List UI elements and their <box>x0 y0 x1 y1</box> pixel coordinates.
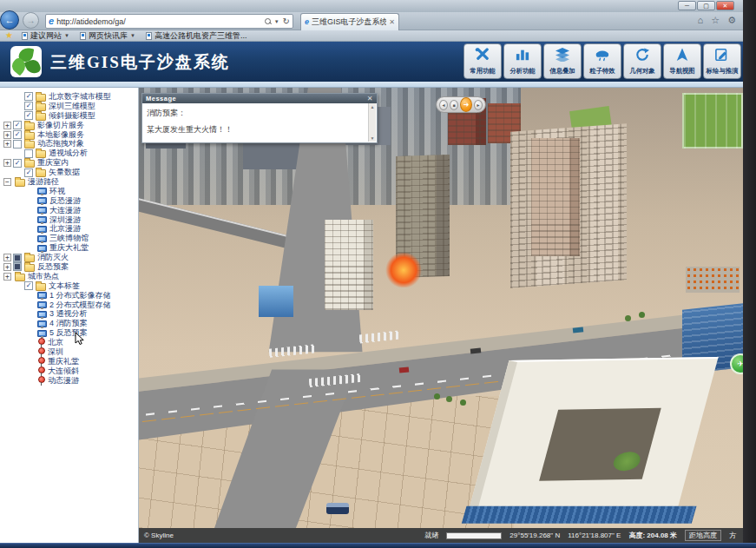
forward-button[interactable]: → <box>23 12 39 29</box>
toolbar-button-label: 粒子特效 <box>589 66 615 75</box>
maximize-button[interactable]: ▢ <box>697 1 715 10</box>
layer-checkbox-checked[interactable]: ✓ <box>24 92 33 101</box>
search-icon[interactable] <box>265 18 271 24</box>
tab-close-icon[interactable]: ✕ <box>389 18 395 26</box>
next-button[interactable]: ► <box>474 100 483 110</box>
toolbar-button-label: 导航视图 <box>669 66 694 75</box>
message-scrollbar[interactable]: ▲ ▼ <box>368 103 376 142</box>
refresh-icon[interactable]: ↻ <box>283 17 290 26</box>
scroll-down-icon[interactable]: ▼ <box>371 135 375 141</box>
toolbar-button-sketch[interactable]: 标绘与推演 <box>703 43 741 79</box>
particles-icon <box>593 48 612 65</box>
layer-checkbox-partial[interactable] <box>13 254 22 262</box>
expand-icon[interactable]: + <box>3 131 11 139</box>
app-title: 三维GIS电子沙盘系统 <box>50 51 230 74</box>
mouse-cursor <box>75 333 84 346</box>
play-button[interactable]: ➜ <box>460 97 472 112</box>
layer-checkbox-unchecked[interactable] <box>13 140 22 149</box>
status-bar: © Skyline 就绪 29°55'19.268" N 116°21'18.8… <box>139 528 743 543</box>
folder-icon <box>24 122 35 130</box>
windows-taskbar[interactable] <box>0 543 756 548</box>
layer-checkbox-checked[interactable]: ✓ <box>24 102 33 110</box>
message-popup-titlebar[interactable]: Message ✕ <box>142 94 377 103</box>
message-line: 某大厦发生重大火情！！ <box>147 124 365 135</box>
toolbar-button-layers[interactable]: 信息叠加 <box>543 43 582 79</box>
layer-checkbox-checked[interactable]: ✓ <box>13 130 22 139</box>
back-button[interactable]: ← <box>0 10 19 30</box>
message-popup-body: 消防预案： 某大厦发生重大火情！！ <box>143 103 368 142</box>
expand-icon[interactable]: + <box>3 273 11 281</box>
layer-checkbox-partial[interactable] <box>13 262 22 271</box>
expand-icon[interactable]: + <box>3 122 11 129</box>
favorites-star-icon[interactable]: ☆ <box>711 15 720 26</box>
browser-tab[interactable]: e 三维GIS电子沙盘系统 ✕ <box>300 13 399 30</box>
white-tower <box>325 220 373 310</box>
minimize-button[interactable]: ─ <box>678 1 696 10</box>
monitor-icon <box>37 235 47 242</box>
blue-glass-block <box>259 286 293 317</box>
app-logo-icon <box>10 46 42 77</box>
toolbar-button-chart[interactable]: 分析功能 <box>503 43 542 79</box>
monitor-icon <box>37 292 47 299</box>
car <box>326 503 349 514</box>
pin-icon <box>37 347 45 357</box>
favorites-item-label: 网页快讯库 <box>89 30 128 42</box>
toolbar-button-tools[interactable]: 常用功能 <box>463 43 502 79</box>
toolbar-button-particles[interactable]: 粒子特效 <box>583 43 621 79</box>
webpage-icon <box>22 32 28 40</box>
expand-icon[interactable]: + <box>3 263 11 271</box>
map-3d-viewport[interactable]: Message ✕ 消防预案： 某大厦发生重大火情！！ ▲ ▼ <box>139 88 743 528</box>
tree-item[interactable]: 重庆大礼堂 <box>0 243 138 253</box>
address-bar[interactable]: e http://atidedemo/ga/ ▼ ↻ <box>45 14 293 29</box>
layer-checkbox-checked[interactable]: ✓ <box>24 281 33 290</box>
favorites-bar: ★ 建议网站▼网页快讯库▼高速公路机电资产三维管... <box>0 30 743 42</box>
toolbar-button-navigation[interactable]: 导航视图 <box>663 43 701 79</box>
scroll-up-icon[interactable]: ▲ <box>371 104 375 109</box>
pin-icon <box>37 366 45 376</box>
layer-checkbox-checked[interactable]: ✓ <box>24 111 33 120</box>
ground-height-selector[interactable]: 距地高度 <box>685 530 721 541</box>
toolbar-button-label: 标绘与推演 <box>707 66 739 75</box>
folder-icon <box>36 113 46 121</box>
tree-item[interactable]: ✓矢量数据 <box>0 168 138 177</box>
expand-icon[interactable]: + <box>3 159 11 167</box>
tree-item[interactable]: +消防灭火 <box>0 253 138 262</box>
latitude-value: 29°55'19.268" N <box>509 531 560 539</box>
chevron-down-icon[interactable]: ▼ <box>274 19 279 24</box>
favorites-item[interactable]: 建议网站▼ <box>22 30 69 42</box>
layer-checkbox-checked[interactable]: ✓ <box>13 121 22 129</box>
tree-item[interactable]: +反恐预案 <box>0 262 138 272</box>
side-nav-button[interactable]: ✈ <box>730 353 743 374</box>
url-text[interactable]: http://atidedemo/ga/ <box>56 17 262 26</box>
layer-checkbox-unchecked[interactable] <box>24 149 33 158</box>
toolbar-button-geometry[interactable]: 几何对象 <box>623 43 661 79</box>
layer-checkbox-checked[interactable]: ✓ <box>13 159 22 168</box>
browser-window: ─ ▢ ✕ ← → e http://atidedemo/ga/ ▼ ↻ e 三… <box>0 0 743 543</box>
tree-item[interactable]: −漫游路径 <box>0 177 138 187</box>
sketch-icon <box>713 48 732 65</box>
pin-icon <box>37 357 45 366</box>
courtyard <box>539 408 661 481</box>
settings-gear-icon[interactable]: ⚙ <box>727 15 736 26</box>
previous-button[interactable]: ◄ <box>439 100 448 110</box>
pause-button[interactable]: ■ <box>450 100 458 110</box>
expand-icon[interactable]: + <box>3 254 11 261</box>
folder-icon <box>24 141 35 149</box>
close-button[interactable]: ✕ <box>716 1 734 10</box>
collapse-icon[interactable]: − <box>3 178 11 186</box>
tree-item[interactable]: 5 反恐预案 <box>0 328 138 338</box>
folder-icon <box>15 179 25 187</box>
expand-icon[interactable]: + <box>3 140 11 148</box>
favorites-item[interactable]: 网页快讯库▼ <box>80 30 135 42</box>
tree-item[interactable]: 动态漫游 <box>0 376 138 386</box>
favorites-item[interactable]: 高速公路机电资产三维管... <box>146 30 247 42</box>
pin-icon <box>37 338 45 347</box>
ie-icon: e <box>305 17 309 27</box>
tree-item[interactable]: 北京 <box>0 338 138 347</box>
message-popup: Message ✕ 消防预案： 某大厦发生重大火情！！ ▲ ▼ <box>141 93 378 143</box>
home-icon[interactable]: ⌂ <box>698 15 704 26</box>
add-favorite-icon[interactable]: ★ <box>5 31 13 40</box>
close-icon[interactable]: ✕ <box>367 96 373 102</box>
tree-item[interactable]: 通视域分析 <box>0 149 138 158</box>
folder-icon <box>36 94 46 102</box>
